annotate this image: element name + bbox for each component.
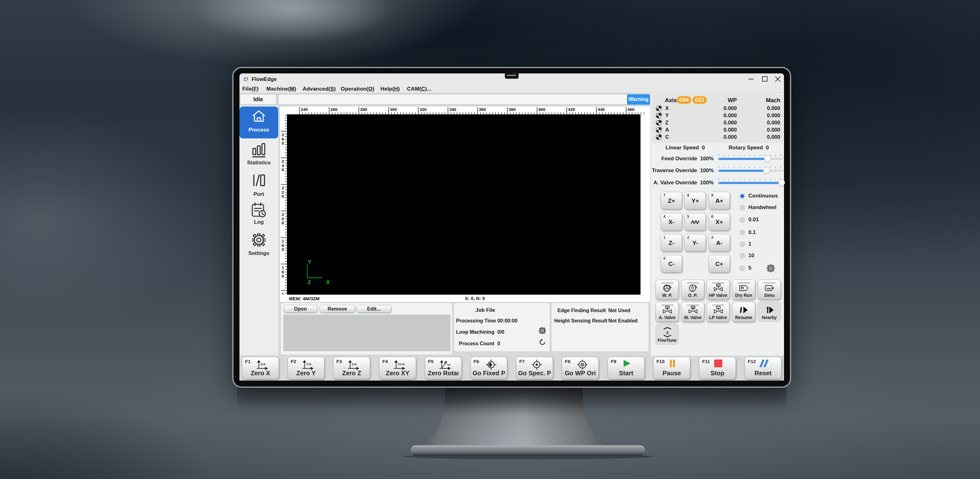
svg-text:340: 340 [449, 107, 457, 112]
svg-text:460: 460 [627, 107, 635, 112]
svg-text:z: z [666, 330, 669, 335]
svg-text:400: 400 [538, 107, 546, 112]
svg-text:Z=0: Z=0 [352, 363, 357, 366]
svg-text:A: A [667, 306, 668, 309]
svg-text:440: 440 [598, 107, 605, 112]
svg-text:SIM: SIM [767, 287, 771, 290]
svg-text:320: 320 [420, 107, 427, 112]
svg-text:W: W [692, 306, 694, 309]
svg-text:0: 0 [282, 168, 284, 172]
svg-text:L: L [718, 306, 719, 309]
svg-text:380: 380 [509, 107, 516, 112]
svg-text:XY=0: XY=0 [398, 363, 404, 366]
svg-text:X: X [326, 279, 330, 285]
svg-text:1: 1 [282, 292, 284, 295]
svg-text:0: 0 [282, 274, 284, 278]
svg-text:360: 360 [479, 107, 486, 112]
svg-text:0: 0 [282, 247, 284, 252]
svg-text:Y: Y [308, 259, 311, 265]
svg-text:X=0: X=0 [260, 363, 266, 366]
svg-text:0: 0 [282, 194, 284, 199]
svg-text:Y=0: Y=0 [306, 363, 311, 366]
svg-text:H: H [718, 284, 719, 287]
svg-text:240: 240 [301, 107, 308, 112]
svg-text:0: 0 [282, 141, 284, 146]
svg-text:280: 280 [360, 107, 367, 112]
svg-text:260: 260 [331, 107, 337, 112]
svg-text:=0: =0 [447, 363, 450, 366]
svg-text:0: 0 [282, 220, 284, 225]
svg-text:420: 420 [568, 107, 575, 112]
svg-text:300: 300 [390, 107, 397, 112]
svg-text:Z: Z [308, 279, 311, 285]
